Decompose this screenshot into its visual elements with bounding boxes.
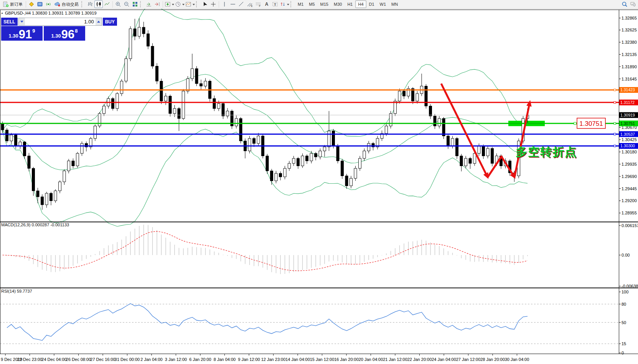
time-label: 9 Jan 12:00 bbox=[238, 357, 260, 362]
timeframe-h1[interactable]: H1 bbox=[345, 0, 355, 8]
line-handle[interactable] bbox=[614, 133, 616, 135]
trend-arrow[interactable] bbox=[514, 102, 530, 177]
search-icon bbox=[622, 1, 628, 7]
time-label: 8 Jan 04:00 bbox=[214, 357, 236, 362]
triangle-up-icon bbox=[97, 19, 100, 23]
time-label: 3 Jan 12:00 bbox=[165, 357, 187, 362]
auto-scroll-icon bbox=[146, 1, 152, 7]
timeframe-d1[interactable]: D1 bbox=[366, 0, 377, 8]
line-handle[interactable] bbox=[614, 145, 616, 147]
line-chart-button[interactable] bbox=[103, 0, 111, 8]
auto-trading-label: 自动交易 bbox=[62, 2, 79, 7]
time-label: 27 Dec 16:00 bbox=[90, 357, 115, 362]
svg-text:E: E bbox=[251, 5, 253, 7]
line-chart-icon bbox=[104, 1, 110, 7]
svg-text:80: 80 bbox=[622, 302, 626, 306]
data-window-button[interactable] bbox=[36, 0, 44, 8]
time-label: 28 Jan 20:00 bbox=[480, 357, 505, 362]
one-click-trading-panel: SELL BUY 1.30919 1.30968 bbox=[1, 18, 85, 41]
rsi-label: RSI(14) 59.7737 bbox=[1, 289, 32, 293]
market-watch-button[interactable] bbox=[27, 0, 36, 8]
zoom-in-button[interactable] bbox=[114, 0, 122, 8]
chart-canvas[interactable]: 1.328651.326251.323801.321351.318901.316… bbox=[0, 0, 638, 364]
svg-text:1.32135: 1.32135 bbox=[622, 52, 637, 57]
mt4-terminal: 新订单 自动交易 E F A T bbox=[0, 0, 638, 364]
new-order-button[interactable]: 新订单 bbox=[1, 0, 25, 8]
horizontal-line-icon bbox=[230, 1, 236, 7]
svg-text:100: 100 bbox=[622, 290, 628, 294]
indicators-button[interactable] bbox=[164, 0, 175, 8]
arrows-icon bbox=[280, 1, 286, 7]
panel-collapse-icon[interactable]: ▲ bbox=[1, 12, 3, 14]
zoom-out-button[interactable] bbox=[122, 0, 131, 8]
new-order-label: 新订单 bbox=[10, 2, 23, 7]
timeframe-w1[interactable]: W1 bbox=[377, 0, 389, 8]
toolbar: 新订单 自动交易 E F A T bbox=[0, 0, 638, 9]
timeframe-m1[interactable]: M1 bbox=[295, 0, 306, 8]
svg-text:1.28955: 1.28955 bbox=[622, 211, 637, 215]
arrows-tool-button[interactable] bbox=[279, 0, 290, 8]
volume-decrease-button[interactable] bbox=[19, 18, 25, 25]
chat-button[interactable] bbox=[629, 0, 637, 8]
svg-text:15: 15 bbox=[622, 341, 626, 346]
buy-button[interactable]: BUY bbox=[103, 18, 117, 26]
vertical-line-icon bbox=[221, 1, 228, 7]
timeframe-h4[interactable]: H4 bbox=[355, 0, 366, 8]
bar-chart-button[interactable] bbox=[86, 0, 94, 8]
svg-text:1.29445: 1.29445 bbox=[622, 186, 637, 191]
trendline-icon bbox=[238, 1, 244, 7]
time-label: 22 Jan 20:00 bbox=[407, 357, 432, 362]
auto-trading-button[interactable]: 自动交易 bbox=[53, 0, 81, 8]
tile-windows-button[interactable] bbox=[131, 0, 139, 8]
time-label: 27 Jan 12:00 bbox=[456, 357, 481, 362]
line-handle[interactable] bbox=[614, 102, 616, 104]
cursor-button[interactable] bbox=[201, 0, 209, 8]
timeframe-mn[interactable]: MN bbox=[389, 0, 401, 8]
templates-button[interactable] bbox=[185, 0, 195, 8]
buy-price-button[interactable]: 1.30968 bbox=[44, 26, 85, 41]
time-label: 22 Dec 23:00 bbox=[17, 357, 42, 362]
buy-price-sup: 8 bbox=[75, 28, 77, 34]
toolbar-grip bbox=[196, 1, 199, 7]
text-label-tool-button[interactable]: T bbox=[271, 0, 279, 8]
time-label: 24 Jan 04:00 bbox=[432, 357, 456, 362]
svg-text:1.32625: 1.32625 bbox=[622, 28, 637, 32]
timeframe-m30[interactable]: M30 bbox=[331, 0, 345, 8]
time-label: 16 Jan 20:00 bbox=[334, 357, 359, 362]
rsi-pane: 1008050150 bbox=[0, 290, 628, 355]
line-handle[interactable] bbox=[614, 122, 616, 124]
price-label-1.30919: 1.30919 bbox=[620, 113, 635, 117]
signals-button[interactable] bbox=[44, 0, 53, 8]
fibonacci-tool-button[interactable]: F bbox=[254, 0, 262, 8]
text-tool-button[interactable]: A bbox=[262, 0, 271, 8]
separator bbox=[112, 1, 113, 8]
dropdown-caret-icon bbox=[287, 4, 289, 7]
horizontal-line-tool-button[interactable] bbox=[229, 0, 237, 8]
svg-text:1.29935: 1.29935 bbox=[622, 162, 637, 166]
crosshair-icon bbox=[210, 1, 216, 7]
svg-text:A: A bbox=[265, 2, 269, 7]
price-label-1.31172: 1.31172 bbox=[620, 100, 635, 105]
channel-tool-button[interactable]: E bbox=[246, 0, 254, 8]
crosshair-button[interactable] bbox=[209, 0, 218, 8]
svg-text:1.31890: 1.31890 bbox=[622, 64, 637, 69]
candlestick-chart-button[interactable] bbox=[94, 0, 103, 8]
line-handle[interactable] bbox=[614, 89, 616, 91]
candlestick-chart-icon bbox=[96, 1, 102, 7]
dropdown-caret-icon bbox=[182, 4, 185, 7]
timeframe-m15[interactable]: M15 bbox=[318, 0, 331, 8]
periods-button[interactable] bbox=[175, 0, 185, 8]
vertical-line-tool-button[interactable] bbox=[220, 0, 229, 8]
trendline-tool-button[interactable] bbox=[237, 0, 246, 8]
volume-increase-button[interactable] bbox=[96, 18, 102, 25]
search-button[interactable] bbox=[620, 0, 629, 8]
pane-borders bbox=[0, 10, 638, 354]
sell-price-button[interactable]: 1.30919 bbox=[1, 26, 43, 41]
auto-scroll-button[interactable] bbox=[145, 0, 153, 8]
svg-text:T: T bbox=[274, 3, 276, 7]
chart-shift-button[interactable] bbox=[153, 0, 162, 8]
sell-button[interactable]: SELL bbox=[1, 18, 18, 26]
svg-text:1.30425: 1.30425 bbox=[622, 137, 637, 142]
timeframe-m5[interactable]: M5 bbox=[306, 0, 317, 8]
volume-input[interactable] bbox=[25, 18, 96, 25]
